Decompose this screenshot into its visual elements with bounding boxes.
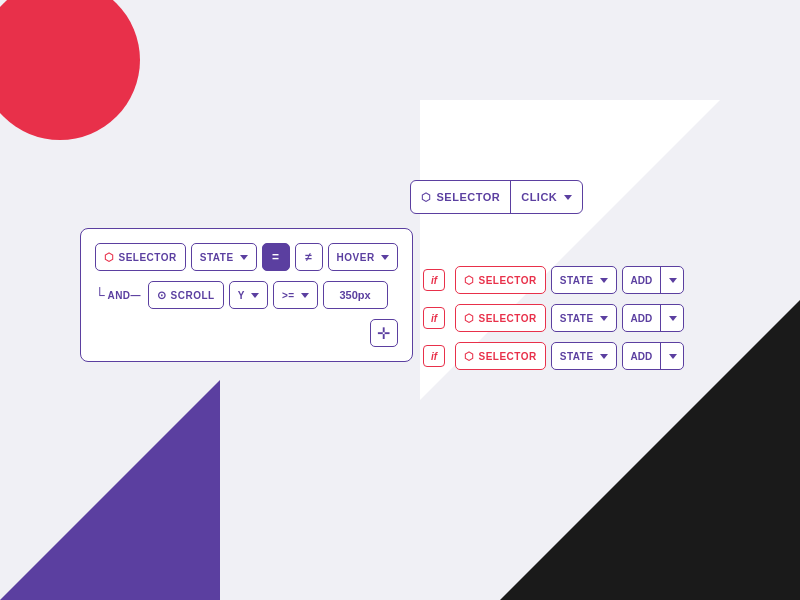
right-add-text-1: ADD: [623, 267, 662, 293]
right-state-chevron-3: [600, 354, 608, 359]
corner-mark: └: [95, 287, 105, 303]
eq-label: =: [272, 250, 279, 264]
right-state-text-1: STATE: [560, 275, 594, 286]
scroll-icon: [157, 289, 167, 302]
right-selector-text-1: SELECTOR: [479, 275, 537, 286]
right-add-chevron-3[interactable]: [661, 343, 683, 369]
selector-click-selector-part: SELECTOR: [411, 181, 511, 213]
neq-operator[interactable]: ≠: [295, 243, 323, 271]
right-state-text-2: STATE: [560, 313, 594, 324]
and-text: AND—: [107, 290, 141, 301]
add-icon: ✛: [377, 324, 390, 343]
right-state-dropdown-2[interactable]: STATE: [551, 304, 617, 332]
add-row: ✛: [95, 319, 398, 347]
main-layout: SELECTOR STATE = ≠ HOVER: [80, 228, 583, 362]
right-add-chevron-2[interactable]: [661, 305, 683, 331]
right-selector-button-3[interactable]: SELECTOR: [455, 342, 546, 370]
scroll-text: SCROLL: [171, 290, 215, 301]
condition-row-2: └ AND— SCROLL Y >=: [95, 281, 398, 309]
if-badge-1: if: [423, 269, 445, 291]
if-text-2: if: [431, 313, 437, 324]
cursor-icon-right-2: [464, 312, 475, 325]
right-add-dropdown-2[interactable]: ADD: [622, 304, 685, 332]
right-state-dropdown-3[interactable]: STATE: [551, 342, 617, 370]
selector-click-click-part[interactable]: CLICK: [511, 181, 582, 213]
state-chevron-1: [240, 255, 248, 260]
right-add-dropdown-3[interactable]: ADD: [622, 342, 685, 370]
y-text: Y: [238, 290, 245, 301]
right-row-2: if SELECTOR STATE ADD: [418, 304, 684, 332]
cursor-icon-right-3: [464, 350, 475, 363]
state-dropdown-1[interactable]: STATE: [191, 243, 257, 271]
if-badge-2: if: [423, 307, 445, 329]
y-dropdown[interactable]: Y: [229, 281, 268, 309]
gte-chevron: [301, 293, 309, 298]
hover-text: HOVER: [337, 252, 375, 263]
right-selector-button-1[interactable]: SELECTOR: [455, 266, 546, 294]
chevron-icon-3: [669, 354, 677, 359]
if-text-1: if: [431, 275, 437, 286]
right-add-chevron-1[interactable]: [661, 267, 683, 293]
selector-label: SELECTOR: [437, 191, 501, 203]
right-selector-button-2[interactable]: SELECTOR: [455, 304, 546, 332]
main-content: SELECTOR CLICK SELECTOR STATE: [80, 180, 583, 362]
y-chevron: [251, 293, 259, 298]
right-row-1: if SELECTOR STATE ADD: [418, 266, 684, 294]
cursor-icon-red: [104, 251, 115, 264]
condition-row-1: SELECTOR STATE = ≠ HOVER: [95, 243, 398, 271]
eq-operator[interactable]: =: [262, 243, 290, 271]
chevron-down-icon: [564, 195, 572, 200]
add-condition-button[interactable]: ✛: [370, 319, 398, 347]
right-rows: if SELECTOR STATE ADD: [418, 266, 684, 370]
gte-text: >=: [282, 290, 295, 301]
hover-chevron: [381, 255, 389, 260]
selector-click-bar: SELECTOR CLICK: [410, 180, 583, 214]
click-label: CLICK: [521, 191, 557, 203]
selector-click-pill[interactable]: SELECTOR CLICK: [410, 180, 583, 214]
chevron-icon-1: [669, 278, 677, 283]
neq-label: ≠: [305, 250, 312, 264]
gte-dropdown[interactable]: >=: [273, 281, 318, 309]
selector-button-1[interactable]: SELECTOR: [95, 243, 186, 271]
if-text-3: if: [431, 351, 437, 362]
right-state-text-3: STATE: [560, 351, 594, 362]
right-state-chevron-2: [600, 316, 608, 321]
cursor-icon: [421, 191, 432, 204]
value-input[interactable]: [323, 281, 388, 309]
right-state-dropdown-1[interactable]: STATE: [551, 266, 617, 294]
chevron-icon-2: [669, 316, 677, 321]
and-label: └ AND—: [95, 287, 141, 303]
right-add-text-3: ADD: [623, 343, 662, 369]
right-state-chevron-1: [600, 278, 608, 283]
right-selector-text-2: SELECTOR: [479, 313, 537, 324]
condition-box: SELECTOR STATE = ≠ HOVER: [80, 228, 413, 362]
scroll-button[interactable]: SCROLL: [148, 281, 224, 309]
right-add-dropdown-1[interactable]: ADD: [622, 266, 685, 294]
right-row-3: if SELECTOR STATE ADD: [418, 342, 684, 370]
cursor-icon-right-1: [464, 274, 475, 287]
background-circle: [0, 0, 140, 140]
right-selector-text-3: SELECTOR: [479, 351, 537, 362]
selector-text-1: SELECTOR: [119, 252, 177, 263]
background-triangle-purple: [0, 380, 220, 600]
if-badge-3: if: [423, 345, 445, 367]
hover-dropdown[interactable]: HOVER: [328, 243, 398, 271]
state-text-1: STATE: [200, 252, 234, 263]
right-add-text-2: ADD: [623, 305, 662, 331]
